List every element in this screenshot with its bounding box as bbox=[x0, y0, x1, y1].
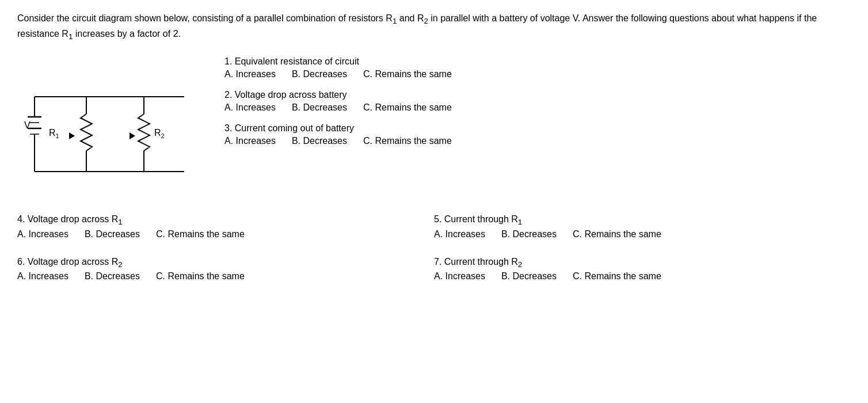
q4-optB: B. Decreases bbox=[85, 229, 140, 239]
question-3: 3. Current coming out of battery A. Incr… bbox=[224, 123, 851, 146]
q5-optB: B. Decreases bbox=[501, 229, 557, 239]
q3-optA: A. Increases bbox=[224, 136, 276, 146]
q1-optB: B. Decreases bbox=[292, 69, 347, 79]
q7-optA: A. Increases bbox=[434, 271, 485, 282]
q3-optB: B. Decreases bbox=[292, 136, 347, 146]
q7-number: 7. bbox=[434, 257, 441, 267]
bottom-questions: 4. Voltage drop across R1 A. Increases B… bbox=[17, 214, 851, 298]
q4-title: 4. Voltage drop across R1 bbox=[17, 214, 434, 226]
q1-options: A. Increases B. Decreases C. Remains the… bbox=[224, 69, 851, 79]
question-1: 1. Equivalent resistance of circuit A. I… bbox=[224, 56, 851, 79]
q5-optA: A. Increases bbox=[434, 229, 485, 239]
q4-optC: C. Remains the same bbox=[156, 229, 245, 239]
q1-optC: C. Remains the same bbox=[363, 69, 452, 79]
q6-number: 6. bbox=[17, 257, 25, 267]
q2-optB: B. Decreases bbox=[292, 102, 347, 113]
q4-number: 4. bbox=[17, 214, 25, 224]
q2-title: 2. Voltage drop across battery bbox=[224, 90, 851, 100]
svg-marker-12 bbox=[69, 132, 75, 139]
q4-options: A. Increases B. Decreases C. Remains the… bbox=[17, 229, 434, 239]
svg-marker-16 bbox=[130, 132, 135, 139]
q6-optC: C. Remains the same bbox=[156, 271, 245, 282]
question-4: 4. Voltage drop across R1 A. Increases B… bbox=[17, 214, 434, 239]
q2-optA: A. Increases bbox=[224, 102, 276, 113]
q6-optB: B. Decreases bbox=[85, 271, 140, 282]
q3-options: A. Increases B. Decreases C. Remains the… bbox=[224, 136, 851, 146]
q7-title: 7. Current through R2 bbox=[434, 257, 851, 269]
question-2: 2. Voltage drop across battery A. Increa… bbox=[224, 90, 851, 113]
q3-number: 3. bbox=[224, 123, 232, 133]
question-7: 7. Current through R2 A. Increases B. De… bbox=[434, 257, 851, 282]
intro-paragraph: Consider the circuit diagram shown below… bbox=[17, 12, 846, 43]
svg-text:R2: R2 bbox=[154, 128, 165, 139]
q1-optA: A. Increases bbox=[224, 69, 276, 79]
bottom-left-column: 4. Voltage drop across R1 A. Increases B… bbox=[17, 214, 434, 298]
q7-optC: C. Remains the same bbox=[573, 271, 661, 282]
q4-optA: A. Increases bbox=[17, 229, 68, 239]
q2-number: 2. bbox=[224, 90, 232, 100]
q3-title: 3. Current coming out of battery bbox=[224, 123, 851, 134]
question-6: 6. Voltage drop across R2 A. Increases B… bbox=[17, 257, 434, 282]
q1-number: 1. bbox=[224, 56, 232, 66]
svg-text:R1: R1 bbox=[49, 128, 59, 139]
q3-optC: C. Remains the same bbox=[363, 136, 452, 146]
q2-optC: C. Remains the same bbox=[363, 102, 452, 113]
q5-title: 5. Current through R1 bbox=[434, 214, 851, 226]
bottom-right-column: 5. Current through R1 A. Increases B. De… bbox=[434, 214, 851, 298]
q2-options: A. Increases B. Decreases C. Remains the… bbox=[224, 102, 851, 113]
question-5: 5. Current through R1 A. Increases B. De… bbox=[434, 214, 851, 239]
q6-title: 6. Voltage drop across R2 bbox=[17, 257, 434, 269]
q5-number: 5. bbox=[434, 214, 441, 224]
q5-options: A. Increases B. Decreases C. Remains the… bbox=[434, 229, 851, 239]
q1-title: 1. Equivalent resistance of circuit bbox=[224, 56, 851, 67]
q5-optC: C. Remains the same bbox=[573, 229, 661, 239]
q6-optA: A. Increases bbox=[17, 271, 68, 282]
q7-optB: B. Decreases bbox=[501, 271, 557, 282]
q7-options: A. Increases B. Decreases C. Remains the… bbox=[434, 271, 851, 282]
q6-options: A. Increases B. Decreases C. Remains the… bbox=[17, 271, 434, 282]
circuit-diagram: V R1 bbox=[17, 56, 201, 197]
questions-right-column: 1. Equivalent resistance of circuit A. I… bbox=[224, 56, 851, 157]
